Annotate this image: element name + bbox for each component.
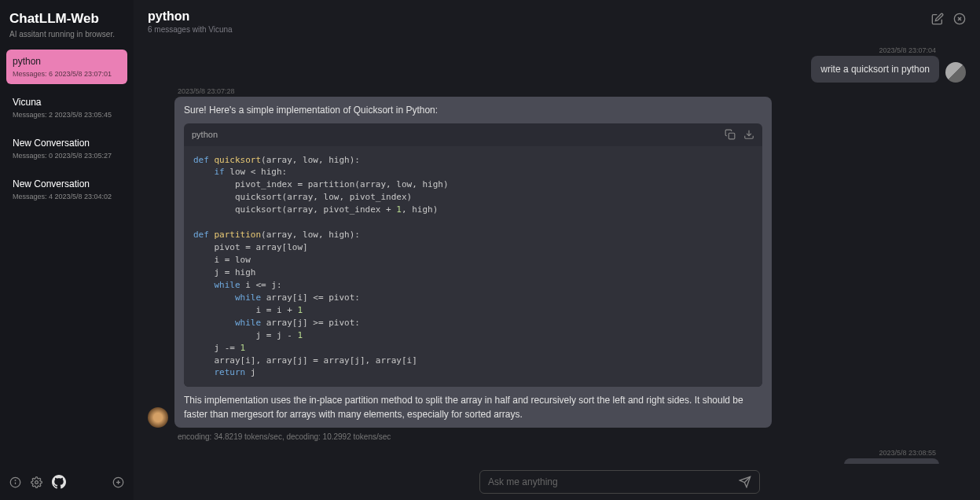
sidebar-item-python[interactable]: python Messages: 6 2023/5/8 23:07:01 bbox=[6, 50, 127, 84]
conv-title: New Conversation bbox=[13, 138, 121, 149]
sidebar: ChatLLM-Web AI assitant running in brows… bbox=[0, 0, 134, 500]
svg-point-2 bbox=[15, 480, 16, 480]
chat-area[interactable]: 2023/5/8 23:07:04 write a quicksort in p… bbox=[134, 42, 980, 500]
conv-meta: Messages: 4 2023/5/8 23:04:02 bbox=[13, 193, 121, 200]
info-icon[interactable] bbox=[9, 476, 21, 488]
app-brand: ChatLLM-Web bbox=[6, 11, 127, 27]
conv-meta: Messages: 0 2023/5/8 23:05:27 bbox=[13, 152, 121, 160]
message-bubble: write a quicksort in python bbox=[811, 56, 939, 83]
perf-stats: encoding: 34.8219 tokens/sec, decoding: … bbox=[148, 432, 966, 441]
bot-message: Sure! Here's a simple implementation of … bbox=[148, 97, 966, 428]
copy-icon[interactable] bbox=[725, 129, 736, 140]
topbar: python 6 messages with Vicuna bbox=[134, 0, 980, 42]
message-input-wrap[interactable] bbox=[479, 470, 760, 494]
code-language: python bbox=[192, 128, 717, 142]
edit-icon[interactable] bbox=[931, 13, 944, 25]
sidebar-footer bbox=[6, 470, 127, 494]
timestamp: 2023/5/8 23:08:55 bbox=[879, 449, 936, 457]
conv-meta: Messages: 2 2023/5/8 23:05:45 bbox=[13, 111, 121, 119]
user-avatar bbox=[945, 62, 966, 83]
github-icon[interactable] bbox=[52, 475, 66, 489]
sidebar-item-newconv-1[interactable]: New Conversation Messages: 0 2023/5/8 23… bbox=[6, 131, 127, 166]
conv-meta: Messages: 6 2023/5/8 23:07:01 bbox=[13, 70, 121, 78]
chat-subtitle: 6 messages with Vicuna bbox=[148, 25, 931, 34]
conv-title: New Conversation bbox=[13, 178, 121, 189]
send-icon[interactable] bbox=[739, 476, 751, 488]
user-message: write a quicksort in python bbox=[148, 56, 966, 83]
code-content: def quicksort(array, low, high): if low … bbox=[184, 146, 762, 388]
code-block: python def quicksort(array, low, high): … bbox=[184, 123, 762, 387]
app-tagline: AI assitant running in browser. bbox=[6, 30, 127, 39]
timestamp: 2023/5/8 23:07:28 bbox=[178, 87, 235, 95]
timestamp: 2023/5/8 23:07:04 bbox=[879, 46, 936, 54]
svg-point-3 bbox=[35, 480, 39, 483]
bot-avatar bbox=[148, 407, 168, 428]
conv-title: python bbox=[13, 56, 121, 67]
chat-title: python bbox=[148, 9, 931, 24]
main-panel: python 6 messages with Vicuna 2023/5/8 2… bbox=[134, 0, 980, 500]
input-bar bbox=[134, 464, 980, 500]
svg-rect-10 bbox=[729, 134, 735, 140]
sidebar-item-vicuna[interactable]: Vicuna Messages: 2 2023/5/8 23:05:45 bbox=[6, 90, 127, 125]
message-input[interactable] bbox=[488, 476, 731, 487]
settings-icon[interactable] bbox=[31, 476, 42, 488]
sidebar-item-newconv-2[interactable]: New Conversation Messages: 4 2023/5/8 23… bbox=[6, 172, 127, 207]
add-conversation-icon[interactable] bbox=[112, 476, 124, 488]
message-bubble: Sure! Here's a simple implementation of … bbox=[174, 97, 772, 428]
message-text: Sure! Here's a simple implementation of … bbox=[184, 103, 762, 117]
download-icon[interactable] bbox=[743, 129, 754, 140]
conv-title: Vicuna bbox=[13, 97, 121, 108]
message-text: This implementation uses the in-place pa… bbox=[184, 393, 762, 421]
close-icon[interactable] bbox=[953, 13, 966, 25]
